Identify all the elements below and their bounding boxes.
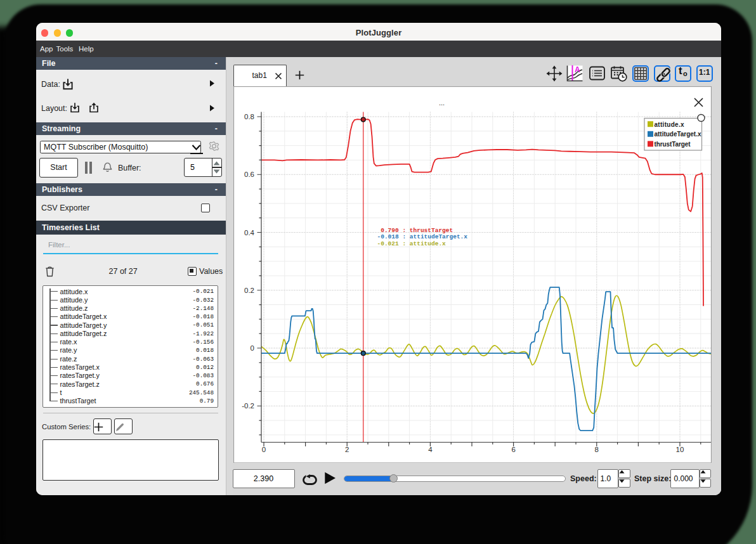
svg-text:-0.018 : attitudeTarget.x: -0.018 : attitudeTarget.x: [377, 233, 467, 240]
svg-text:6: 6: [511, 446, 515, 453]
svg-text:2: 2: [344, 446, 348, 453]
svg-text:attitude.x: attitude.x: [654, 120, 684, 127]
svg-text:0: 0: [250, 344, 254, 352]
svg-text:0: 0: [261, 446, 265, 453]
svg-text:...: ...: [438, 99, 444, 107]
svg-text:0.2: 0.2: [244, 286, 254, 294]
svg-text:10: 10: [675, 446, 684, 453]
svg-text:attitudeTarget.x: attitudeTarget.x: [654, 131, 701, 138]
svg-text:0.790 : thrustTarget: 0.790 : thrustTarget: [377, 226, 453, 233]
svg-text:-0.2: -0.2: [242, 402, 254, 410]
svg-text:A: A: [575, 65, 580, 74]
svg-text:0.4: 0.4: [244, 228, 255, 236]
svg-text:0.6: 0.6: [244, 171, 254, 178]
svg-text:thrustTarget: thrustTarget: [654, 140, 691, 147]
svg-text:0.8: 0.8: [244, 113, 254, 120]
svg-text:4: 4: [428, 446, 433, 453]
svg-text:-0.021 : attitude.x: -0.021 : attitude.x: [377, 240, 446, 247]
svg-text:8: 8: [594, 446, 598, 453]
